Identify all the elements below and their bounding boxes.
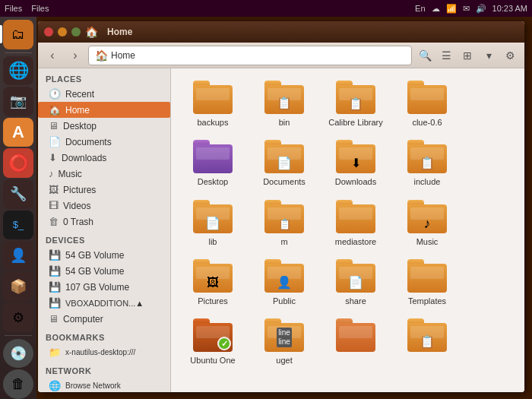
sidebar-item-vol1[interactable]: 💾 54 GB Volume xyxy=(38,247,170,263)
file-name: backups xyxy=(198,117,229,128)
top-bar: Files Files En ☁ 📶 ✉ 🔊 10:23 AM xyxy=(0,0,532,17)
file-grid: backups 📋 bin 📋 xyxy=(171,68,524,392)
list-item[interactable]: 👤 Public xyxy=(250,255,318,311)
sidebar-label-vbox: VBOXADDITION...▲ xyxy=(65,299,144,308)
list-item[interactable]: Templates xyxy=(393,255,461,311)
sidebar-item-recent[interactable]: 🕐 Recent xyxy=(38,86,170,102)
toolbar-right: 🔍 ☰ ⊞ ▾ ⚙ xyxy=(415,46,520,65)
list-item[interactable]: 📋 m xyxy=(250,195,318,252)
sidebar-item-bookmark1[interactable]: 📁 x-nautilus-desktop:/// xyxy=(38,344,170,360)
volume-icon: 🔊 xyxy=(476,4,486,14)
launcher-icon-trash[interactable]: 🗑 xyxy=(3,369,33,399)
file-name: uget xyxy=(276,355,292,366)
list-view-button[interactable]: ☰ xyxy=(436,46,456,65)
sidebar-label-pictures: Pictures xyxy=(63,185,96,195)
file-name: Desktop xyxy=(198,176,228,187)
sidebar-item-desktop[interactable]: 🖥 Desktop xyxy=(38,118,170,134)
message-icon: ✉ xyxy=(463,4,470,14)
launcher-icon-browser[interactable]: 🌐 xyxy=(3,56,33,86)
launcher-icon-disk[interactable]: 💿 xyxy=(3,339,33,369)
sidebar-item-vol2[interactable]: 💾 54 GB Volume xyxy=(38,263,170,279)
sidebar-item-vbox[interactable]: 💾 VBOXADDITION...▲ xyxy=(38,295,170,311)
launcher-icon-ubuntu[interactable]: ⭕ xyxy=(3,148,33,178)
launcher-icon-packages[interactable]: 📦 xyxy=(3,272,33,302)
list-item[interactable]: lineline uget xyxy=(250,314,318,370)
network-section-title: Network xyxy=(38,360,170,378)
browser-icon: 🌐 xyxy=(8,61,29,81)
sidebar-item-vol3[interactable]: 💾 107 GB Volume xyxy=(38,279,170,295)
files-icon: 🗂 xyxy=(11,27,25,43)
list-item[interactable]: mediastore xyxy=(321,195,390,252)
list-item[interactable]: 📄 lib xyxy=(179,195,247,252)
back-button[interactable]: ‹ xyxy=(43,46,62,65)
list-item[interactable]: ⬇ Downloads xyxy=(321,135,390,192)
maximize-button[interactable] xyxy=(71,27,81,36)
sidebar-item-downloads[interactable]: ⬇ Downloads xyxy=(38,150,170,166)
sidebar-label-vol1: 54 GB Volume xyxy=(65,250,124,261)
close-button[interactable] xyxy=(44,27,53,36)
app-menu-files2[interactable]: Files xyxy=(31,4,49,13)
time-display: 10:23 AM xyxy=(492,4,527,13)
location-bar[interactable]: 🏠 Home xyxy=(88,46,412,65)
disk-icon: 💿 xyxy=(10,345,27,362)
sidebar-item-music[interactable]: ♪ Music xyxy=(38,166,170,182)
location-home-icon: 🏠 xyxy=(95,49,108,62)
file-name: m xyxy=(280,236,287,247)
grid-view-button[interactable]: ⊞ xyxy=(458,46,477,65)
sidebar-label-recent: Recent xyxy=(65,89,94,100)
gear-button[interactable]: ⚙ xyxy=(500,46,520,65)
sidebar-label-trash: 0 Trash xyxy=(63,217,93,227)
app-menu-files[interactable]: Files xyxy=(5,4,22,13)
list-item[interactable]: ✓ Ubuntu One xyxy=(179,314,247,370)
list-item[interactable]: clue-0.6 xyxy=(393,76,461,132)
list-item[interactable] xyxy=(321,314,390,370)
file-manager-window: 🏠 Home ‹ › 🏠 Home 🔍 ☰ ⊞ ▾ ⚙ Places 🕐 Rec… xyxy=(38,21,524,392)
sidebar-item-trash[interactable]: 🗑 0 Trash xyxy=(38,214,170,230)
sidebar-item-documents[interactable]: 📄 Documents xyxy=(38,134,170,150)
file-name: include xyxy=(414,176,441,187)
list-item[interactable]: 🖼 Pictures xyxy=(179,255,247,311)
sidebar-item-network[interactable]: 🌐 Browse Network xyxy=(38,378,170,392)
unity-launcher: 🗂 🌐 📷 A ⭕ 🔧 $_ 👤 📦 ⚙ 💿 🗑 xyxy=(0,17,36,399)
launcher-icon-user[interactable]: 👤 xyxy=(3,241,33,271)
launcher-icon-system[interactable]: ⚙ xyxy=(3,302,33,332)
list-item[interactable]: 📋 bin xyxy=(250,76,318,132)
sidebar-label-music: Music xyxy=(59,169,82,179)
list-item[interactable]: Desktop xyxy=(179,135,247,192)
ubuntu-icon: ⭕ xyxy=(8,154,29,173)
list-item[interactable]: 📋 include xyxy=(393,135,461,192)
file-name: Ubuntu One xyxy=(190,355,235,366)
file-name: Music xyxy=(416,236,439,247)
sidebar-label-computer: Computer xyxy=(63,314,103,325)
network-browse-icon: 🌐 xyxy=(49,380,61,391)
file-name: Calibre Library xyxy=(328,117,383,128)
file-name: lib xyxy=(208,236,217,247)
trash-icon: 🗑 xyxy=(49,216,59,227)
sidebar-item-home[interactable]: 🏠 Home xyxy=(38,102,170,118)
launcher-icon-photos[interactable]: 📷 xyxy=(3,87,33,116)
launcher-icon-terminal[interactable]: $_ xyxy=(3,211,33,240)
list-item[interactable]: 📄 Documents xyxy=(250,135,318,192)
settings-icon: 🔧 xyxy=(10,185,27,202)
forward-button[interactable]: › xyxy=(65,46,85,65)
devices-section-title: Devices xyxy=(38,230,170,247)
sidebar-label-network: Browse Network xyxy=(65,382,121,390)
launcher-icon-fonts[interactable]: A xyxy=(3,118,33,147)
computer-icon: 🖥 xyxy=(49,313,59,325)
file-name: Public xyxy=(273,296,296,306)
sidebar-item-videos[interactable]: 🎞 Videos xyxy=(38,198,170,214)
sidebar-item-pictures[interactable]: 🖼 Pictures xyxy=(38,182,170,198)
minimize-button[interactable] xyxy=(58,27,67,36)
list-item[interactable]: 📋 xyxy=(393,314,461,370)
sort-button[interactable]: ▾ xyxy=(479,46,499,65)
sidebar-item-computer[interactable]: 🖥 Computer xyxy=(38,311,170,327)
list-item[interactable]: 📋 Calibre Library xyxy=(321,76,390,132)
launcher-icon-settings[interactable]: 🔧 xyxy=(3,179,33,209)
sidebar-label-documents: Documents xyxy=(65,137,112,147)
list-item[interactable]: backups xyxy=(179,76,247,132)
search-button[interactable]: 🔍 xyxy=(415,46,435,65)
launcher-icon-files[interactable]: 🗂 xyxy=(3,20,33,49)
list-item[interactable]: ♪ Music xyxy=(393,195,461,252)
sidebar-label-home: Home xyxy=(65,105,90,116)
list-item[interactable]: 📄 share xyxy=(321,255,390,311)
